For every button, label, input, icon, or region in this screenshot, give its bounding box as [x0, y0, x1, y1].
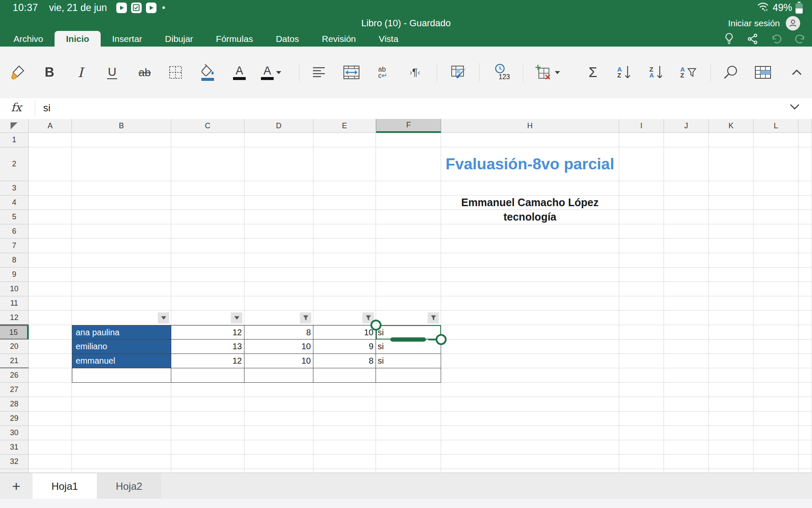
cell-C9[interactable]: [171, 268, 244, 282]
cell-L3[interactable]: [754, 181, 798, 196]
cell-H20[interactable]: [441, 340, 619, 354]
cell-H32[interactable]: [441, 455, 619, 469]
cell-E32[interactable]: [313, 455, 376, 469]
col-header-H[interactable]: H: [441, 119, 619, 133]
cell-E6[interactable]: [313, 224, 376, 239]
cell-F27[interactable]: [376, 383, 441, 397]
cell-J2[interactable]: [664, 147, 709, 181]
cell-K6[interactable]: [709, 224, 754, 239]
cell-F4[interactable]: [376, 196, 441, 210]
cell-F5[interactable]: [376, 210, 441, 224]
cell-J15[interactable]: [664, 325, 709, 340]
autosum-button[interactable]: Σ: [581, 57, 605, 88]
cell-E21[interactable]: 8: [313, 354, 376, 368]
cell-B3[interactable]: [72, 181, 171, 196]
cell-C30[interactable]: [171, 426, 244, 440]
cell-H6[interactable]: [441, 224, 619, 239]
cell-J4[interactable]: [664, 196, 709, 210]
cell-C32[interactable]: [171, 455, 244, 469]
italic-button[interactable]: I: [69, 57, 92, 88]
row-header-11[interactable]: 11: [0, 296, 29, 311]
cell-F2[interactable]: [376, 147, 441, 181]
selection-handle-bottom-right[interactable]: [436, 334, 447, 345]
cell-K10[interactable]: [709, 282, 754, 296]
cell-B9[interactable]: [72, 268, 171, 282]
cell-L15[interactable]: [754, 325, 798, 340]
cell-I20[interactable]: [619, 340, 664, 354]
cell-A28[interactable]: [29, 397, 72, 411]
row-header-30[interactable]: 30: [0, 426, 29, 440]
cell-F6[interactable]: [376, 224, 441, 239]
cell-D32[interactable]: [244, 455, 313, 469]
cell-F21[interactable]: si: [376, 354, 441, 368]
format-as-table-button[interactable]: [751, 57, 775, 88]
cell-H11[interactable]: [441, 296, 619, 311]
cell-C12[interactable]: [171, 311, 244, 325]
cell-D4[interactable]: [244, 196, 313, 210]
cell-A4[interactable]: [29, 196, 72, 210]
col-header-L[interactable]: L: [754, 119, 798, 133]
number-format-button[interactable]: 123: [490, 57, 514, 88]
cell-L28[interactable]: [754, 397, 798, 411]
cell-E11[interactable]: [313, 296, 376, 311]
align-button[interactable]: [307, 57, 331, 88]
fill-color-button[interactable]: [196, 57, 219, 88]
cell-B26[interactable]: [72, 368, 171, 383]
cell-H8[interactable]: [441, 253, 619, 268]
col-header-edge[interactable]: [798, 119, 812, 133]
formula-bar-expand-button[interactable]: [789, 103, 800, 112]
row-header-21[interactable]: 21: [0, 354, 29, 368]
cell-F26[interactable]: [376, 368, 441, 383]
cell-K32[interactable]: [709, 455, 754, 469]
cell-edge31[interactable]: [798, 440, 812, 455]
cell-E30[interactable]: [313, 426, 376, 440]
cell-B20[interactable]: emiliano: [72, 340, 171, 354]
row-header-7[interactable]: 7: [0, 239, 29, 253]
cell-K29[interactable]: [709, 411, 754, 426]
cell-F31[interactable]: [376, 440, 441, 455]
col-header-K[interactable]: K: [709, 119, 754, 133]
cell-H28[interactable]: [441, 397, 619, 411]
cell-F32[interactable]: [376, 455, 441, 469]
wrap-text-button[interactable]: abc↵: [371, 57, 395, 88]
cell-C6[interactable]: [171, 224, 244, 239]
cell-K30[interactable]: [709, 426, 754, 440]
cell-I11[interactable]: [619, 296, 664, 311]
row-header-15[interactable]: 15: [0, 325, 29, 340]
cell-I32[interactable]: [619, 455, 664, 469]
cell-D1[interactable]: [244, 133, 313, 147]
cell-I21[interactable]: [619, 354, 664, 368]
cell-styles-button[interactable]: [447, 57, 471, 88]
sign-in-button[interactable]: Iniciar sesión: [728, 15, 780, 31]
cell-I29[interactable]: [619, 411, 664, 426]
cell-L7[interactable]: [754, 239, 798, 253]
cell-K12[interactable]: [709, 311, 754, 325]
cell-H26[interactable]: [441, 368, 619, 383]
cell-J3[interactable]: [664, 181, 709, 196]
cell-F8[interactable]: [376, 253, 441, 268]
cell-edge32[interactable]: [798, 455, 812, 469]
cell-edge4[interactable]: [798, 196, 812, 210]
cell-D30[interactable]: [244, 426, 313, 440]
cell-K9[interactable]: [709, 268, 754, 282]
cell-B1[interactable]: [72, 133, 171, 147]
cell-E15[interactable]: 10: [313, 325, 376, 340]
col-header-J[interactable]: J: [664, 119, 709, 133]
formula-input[interactable]: si: [43, 102, 50, 114]
cell-edge3[interactable]: [798, 181, 812, 196]
cell-H2[interactable]: Fvaluasión-8vo parcial: [441, 147, 619, 181]
cell-J11[interactable]: [664, 296, 709, 311]
row-header-32[interactable]: 32: [0, 455, 29, 469]
cell-B5[interactable]: [72, 210, 171, 224]
cell-B31[interactable]: [72, 440, 171, 455]
row-header-1[interactable]: 1: [0, 133, 29, 147]
strikethrough-button[interactable]: ab: [133, 57, 156, 88]
cell-H21[interactable]: [441, 354, 619, 368]
cell-E10[interactable]: [313, 282, 376, 296]
col-header-I[interactable]: I: [619, 119, 664, 133]
cell-D7[interactable]: [244, 239, 313, 253]
col-header-B[interactable]: B: [72, 119, 171, 133]
cell-E27[interactable]: [313, 383, 376, 397]
cell-A5[interactable]: [29, 210, 72, 224]
cell-A8[interactable]: [29, 253, 72, 268]
